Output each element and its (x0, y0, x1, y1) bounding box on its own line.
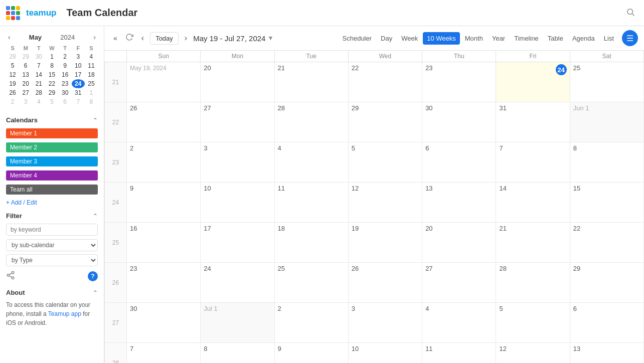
grid-cell-5-2[interactable]: 25 (274, 263, 348, 303)
grid-cell-3-3[interactable]: 12 (348, 183, 422, 223)
mini-cal-day[interactable]: 7 (32, 61, 45, 70)
view-agenda-btn[interactable]: Agenda (568, 32, 599, 45)
grid-cell-5-0[interactable]: 23 (127, 263, 201, 303)
type-filter[interactable]: by Type (6, 254, 98, 266)
keyword-filter-input[interactable] (6, 224, 98, 236)
grid-cell-2-2[interactable]: 4 (274, 142, 348, 183)
grid-cell-7-0[interactable]: 7 (127, 343, 201, 364)
refresh-btn[interactable] (123, 31, 135, 45)
grid-cell-6-4[interactable]: 4 (422, 303, 496, 343)
view-scheduler-btn[interactable]: Scheduler (339, 32, 376, 45)
grid-cell-4-2[interactable]: 18 (274, 223, 348, 263)
view-week-btn[interactable]: Week (397, 32, 422, 45)
view-month-btn[interactable]: Month (461, 32, 487, 45)
view-year-btn[interactable]: Year (488, 32, 509, 45)
grid-cell-1-0[interactable]: 26 (127, 102, 201, 142)
calendar-item-2[interactable]: Member 3 (2, 155, 102, 168)
mini-cal-day[interactable]: 29 (45, 88, 58, 97)
grid-cell-0-2[interactable]: 21 (274, 62, 348, 102)
grid-cell-3-0[interactable]: 9 (127, 183, 201, 223)
mini-cal-day[interactable]: 23 (59, 79, 72, 88)
grid-cell-7-6[interactable]: 13 (570, 343, 643, 364)
grid-cell-3-5[interactable]: 14 (496, 183, 570, 223)
grid-cell-4-6[interactable]: 22 (570, 223, 643, 263)
mini-cal-day[interactable]: 4 (85, 52, 98, 61)
mini-cal-day[interactable]: 21 (32, 79, 45, 88)
mini-cal-day[interactable]: 6 (19, 61, 32, 70)
mini-cal-day[interactable]: 22 (45, 79, 58, 88)
grid-cell-7-4[interactable]: 11 (422, 343, 496, 364)
mini-cal-day[interactable]: 12 (6, 70, 19, 79)
mini-cal-day[interactable]: 30 (59, 88, 72, 97)
grid-cell-2-4[interactable]: 6 (422, 142, 496, 183)
today-btn[interactable]: Today (150, 32, 179, 45)
mini-cal-day[interactable]: 3 (72, 52, 85, 61)
grid-cell-3-2[interactable]: 11 (274, 183, 348, 223)
mini-cal-day[interactable]: 2 (6, 97, 19, 106)
mini-cal-day[interactable]: 8 (85, 97, 98, 106)
about-header[interactable]: About ⌃ (2, 287, 102, 298)
filter-header[interactable]: Filter ⌃ (2, 210, 102, 222)
grid-cell-6-2[interactable]: 2 (274, 303, 348, 343)
mini-cal-day[interactable]: 26 (6, 88, 19, 97)
mini-cal-day[interactable]: 28 (6, 52, 19, 61)
mini-cal-next[interactable]: › (91, 32, 98, 42)
mini-cal-day[interactable]: 27 (19, 88, 32, 97)
view-10weeks-btn[interactable]: 10 Weeks (423, 32, 460, 45)
grid-cell-3-6[interactable]: 15 (570, 183, 643, 223)
mini-cal-day[interactable]: 9 (59, 61, 72, 70)
view-day-btn[interactable]: Day (377, 32, 396, 45)
grid-cell-6-6[interactable]: 6 (570, 303, 643, 343)
grid-cell-6-3[interactable]: 3 (348, 303, 422, 343)
mini-cal-day[interactable]: 17 (72, 70, 85, 79)
teamup-app-link[interactable]: Teamup app (48, 310, 81, 317)
grid-cell-7-1[interactable]: 8 (201, 343, 274, 364)
grid-cell-4-0[interactable]: 16 (127, 223, 201, 263)
mini-cal-day[interactable]: 25 (85, 79, 98, 88)
grid-cell-5-6[interactable]: 29 (570, 263, 643, 303)
mini-cal-day[interactable]: 7 (72, 97, 85, 106)
menu-btn[interactable]: ☰ (622, 30, 638, 46)
grid-cell-1-1[interactable]: 27 (201, 102, 274, 142)
sub-calendar-filter[interactable]: by sub-calendar (6, 239, 98, 251)
mini-cal-day[interactable]: 15 (45, 70, 58, 79)
mini-cal-day[interactable]: 13 (19, 70, 32, 79)
mini-cal-day[interactable]: 3 (19, 97, 32, 106)
view-timeline-btn[interactable]: Timeline (510, 32, 543, 45)
grid-cell-5-4[interactable]: 27 (422, 263, 496, 303)
calendar-item-3[interactable]: Member 4 (2, 169, 102, 182)
grid-cell-1-2[interactable]: 28 (274, 102, 348, 142)
grid-cell-6-0[interactable]: 30 (127, 303, 201, 343)
next-btn[interactable]: › (182, 32, 190, 45)
grid-cell-1-3[interactable]: 29 (348, 102, 422, 142)
grid-cell-2-6[interactable]: 8 (570, 142, 643, 183)
mini-cal-day[interactable]: 1 (45, 52, 58, 61)
share-icon[interactable] (6, 271, 15, 282)
grid-cell-0-3[interactable]: 22 (348, 62, 422, 102)
add-edit-link[interactable]: + Add / Edit (2, 197, 102, 208)
grid-cell-4-5[interactable]: 21 (496, 223, 570, 263)
grid-cell-0-1[interactable]: 20 (201, 62, 274, 102)
mini-cal-day[interactable]: 16 (59, 70, 72, 79)
mini-cal-day[interactable]: 11 (85, 61, 98, 70)
grid-cell-4-1[interactable]: 17 (201, 223, 274, 263)
grid-cell-1-4[interactable]: 30 (422, 102, 496, 142)
grid-cell-2-3[interactable]: 5 (348, 142, 422, 183)
mini-cal-day[interactable]: 19 (6, 79, 19, 88)
grid-cell-5-1[interactable]: 24 (201, 263, 274, 303)
grid-cell-6-5[interactable]: 5 (496, 303, 570, 343)
mini-cal-day[interactable]: 24 (72, 79, 85, 88)
grid-cell-6-1[interactable]: Jul 1 (201, 303, 274, 343)
grid-cell-5-3[interactable]: 26 (348, 263, 422, 303)
mini-cal-day[interactable]: 8 (45, 61, 58, 70)
grid-cell-0-6[interactable]: 25 (570, 62, 643, 102)
mini-cal-day[interactable]: 5 (45, 97, 58, 106)
view-list-btn[interactable]: List (600, 32, 618, 45)
search-button[interactable] (623, 6, 638, 21)
prev-btn[interactable]: ‹ (138, 32, 147, 45)
grid-cell-2-0[interactable]: 2 (127, 142, 201, 183)
mini-cal-day[interactable]: 1 (85, 88, 98, 97)
calendar-item-1[interactable]: Member 2 (2, 141, 102, 154)
grid-cell-2-5[interactable]: 7 (496, 142, 570, 183)
prev-period-double-btn[interactable]: « (110, 32, 120, 44)
